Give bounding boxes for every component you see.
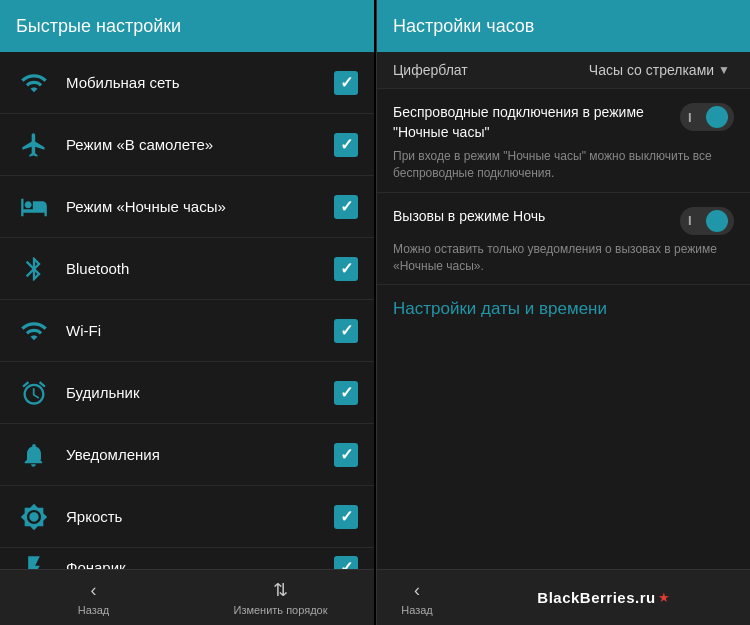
datetime-title[interactable]: Настройки даты и времени (393, 299, 607, 318)
menu-item-wifi[interactable]: Wi-Fi ✓ (0, 300, 374, 362)
nightclock-check: ✓ (340, 197, 353, 216)
right-header: Настройки часов (377, 0, 750, 52)
left-title: Быстрые настройки (16, 16, 181, 37)
calls-toggle-track: I (684, 210, 730, 232)
dial-label: Циферблат (393, 62, 589, 78)
wireless-desc: При входе в режим "Ночные часы" можно вы… (393, 148, 734, 182)
logo-text: BlackBerries.ru (537, 589, 655, 606)
right-panel: Настройки часов Циферблат Часы со стрелк… (376, 0, 750, 625)
alarm-checkbox[interactable]: ✓ (334, 381, 358, 405)
calls-toggle-knob (706, 210, 728, 232)
reorder-icon: ⇅ (273, 579, 288, 601)
right-back-label: Назад (401, 604, 433, 616)
airplane-icon (16, 127, 52, 163)
notifications-label: Уведомления (66, 446, 334, 463)
menu-item-flashlight[interactable]: Фонарик ✓ (0, 548, 374, 569)
wireless-toggle-knob (706, 106, 728, 128)
mobile-checkbox[interactable]: ✓ (334, 71, 358, 95)
wifi-icon (16, 313, 52, 349)
wifi-checkbox[interactable]: ✓ (334, 319, 358, 343)
dial-value: Часы со стрелками (589, 62, 714, 78)
alarm-icon (16, 375, 52, 411)
right-bottom-bar: ‹ Назад BlackBerries.ru ★ (377, 569, 750, 625)
notifications-check: ✓ (340, 445, 353, 464)
chevron-down-icon: ▼ (718, 63, 730, 77)
wireless-toggle-line: I (688, 110, 692, 125)
wireless-row: Беспроводные подключения в режиме "Ночны… (393, 103, 734, 142)
notifications-checkbox[interactable]: ✓ (334, 443, 358, 467)
wifi-check: ✓ (340, 321, 353, 340)
menu-item-alarm[interactable]: Будильник ✓ (0, 362, 374, 424)
flashlight-checkbox[interactable]: ✓ (334, 556, 358, 570)
brightness-checkbox[interactable]: ✓ (334, 505, 358, 529)
brightness-icon (16, 499, 52, 535)
bluetooth-icon (16, 251, 52, 287)
reorder-label: Изменить порядок (233, 604, 327, 616)
calls-toggle[interactable]: I (680, 207, 734, 235)
signal-icon (16, 65, 52, 101)
bell-icon (16, 437, 52, 473)
flashlight-check: ✓ (340, 558, 353, 569)
calls-title: Вызовы в режиме Ночь (393, 207, 680, 227)
calls-toggle-line: I (688, 213, 692, 228)
menu-item-brightness[interactable]: Яркость ✓ (0, 486, 374, 548)
reorder-button[interactable]: ⇅ Изменить порядок (187, 570, 374, 625)
right-title: Настройки часов (393, 16, 534, 37)
left-back-button[interactable]: ‹ Назад (0, 570, 187, 625)
nightclock-checkbox[interactable]: ✓ (334, 195, 358, 219)
flashlight-icon (16, 550, 52, 570)
left-bottom-bar: ‹ Назад ⇅ Изменить порядок (0, 569, 374, 625)
flashlight-label: Фонарик (66, 559, 334, 569)
calls-row: Вызовы в режиме Ночь I (393, 207, 734, 235)
left-header: Быстрые настройки (0, 0, 374, 52)
mobile-label: Мобильная сеть (66, 74, 334, 91)
right-back-icon: ‹ (414, 580, 420, 601)
left-panel: Быстрые настройки Мобильная сеть ✓ Режим… (0, 0, 374, 625)
right-back-button[interactable]: ‹ Назад (377, 570, 457, 625)
brightness-check: ✓ (340, 507, 353, 526)
dial-row: Циферблат Часы со стрелками ▼ (377, 52, 750, 89)
wireless-toggle-track: I (684, 106, 730, 128)
menu-item-mobile[interactable]: Мобильная сеть ✓ (0, 52, 374, 114)
airplane-label: Режим «В самолете» (66, 136, 334, 153)
datetime-section[interactable]: Настройки даты и времени (377, 285, 750, 333)
menu-item-airplane[interactable]: Режим «В самолете» ✓ (0, 114, 374, 176)
wifi-label: Wi-Fi (66, 322, 334, 339)
menu-list: Мобильная сеть ✓ Режим «В самолете» ✓ (0, 52, 374, 569)
calls-desc: Можно оставить только уведомления о вызо… (393, 241, 734, 275)
left-back-icon: ‹ (91, 580, 97, 601)
bluetooth-check: ✓ (340, 259, 353, 278)
blackberries-logo: BlackBerries.ru ★ (457, 570, 750, 625)
logo-star-icon: ★ (658, 590, 670, 605)
menu-item-nightclock[interactable]: Режим «Ночные часы» ✓ (0, 176, 374, 238)
right-content: Циферблат Часы со стрелками ▼ Беспроводн… (377, 52, 750, 569)
dial-select-dropdown[interactable]: Часы со стрелками ▼ (589, 62, 734, 78)
mobile-check: ✓ (340, 73, 353, 92)
menu-item-bluetooth[interactable]: Bluetooth ✓ (0, 238, 374, 300)
alarm-label: Будильник (66, 384, 334, 401)
menu-item-notifications[interactable]: Уведомления ✓ (0, 424, 374, 486)
nightclock-label: Режим «Ночные часы» (66, 198, 334, 215)
wireless-toggle[interactable]: I (680, 103, 734, 131)
airplane-checkbox[interactable]: ✓ (334, 133, 358, 157)
airplane-check: ✓ (340, 135, 353, 154)
bluetooth-checkbox[interactable]: ✓ (334, 257, 358, 281)
bluetooth-label: Bluetooth (66, 260, 334, 277)
alarm-check: ✓ (340, 383, 353, 402)
brightness-label: Яркость (66, 508, 334, 525)
left-back-label: Назад (78, 604, 110, 616)
bed-icon (16, 189, 52, 225)
wireless-section: Беспроводные подключения в режиме "Ночны… (377, 89, 750, 193)
wireless-title: Беспроводные подключения в режиме "Ночны… (393, 103, 680, 142)
calls-section: Вызовы в режиме Ночь I Можно оставить то… (377, 193, 750, 286)
